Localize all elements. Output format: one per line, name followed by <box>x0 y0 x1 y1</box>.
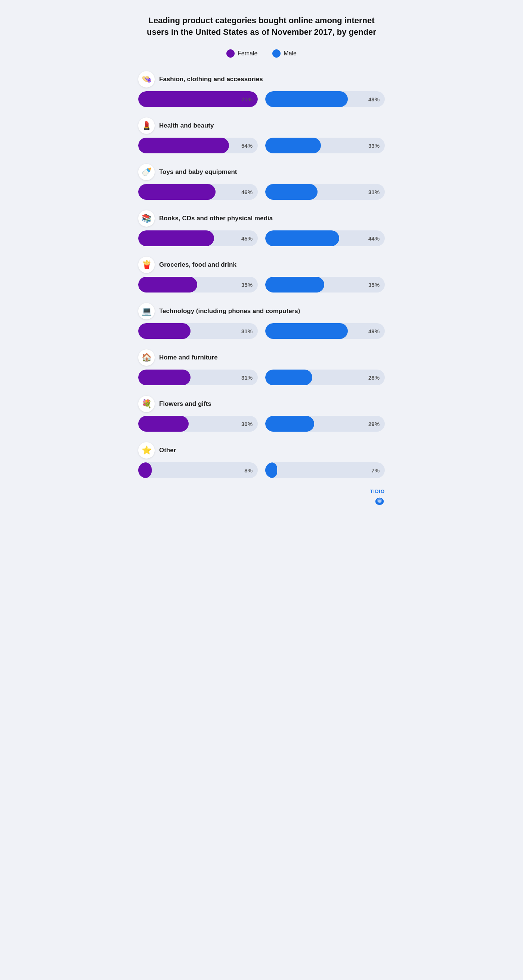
male-pct-health: 33% <box>368 142 380 148</box>
female-bar-health: 54% <box>138 138 258 153</box>
category-label-other: ⭐Other <box>138 442 385 458</box>
bars-row-technology: 31%49% <box>138 323 385 339</box>
bars-row-groceries: 35%35% <box>138 277 385 293</box>
category-fashion: 👒Fashion, clothing and accessories71%49% <box>138 71 385 107</box>
category-groceries: 🍟Groceries, food and drink35%35% <box>138 256 385 293</box>
male-bar-flowers: 29% <box>265 416 385 432</box>
chart-title: Leading product categories bought online… <box>138 15 385 38</box>
category-text-technology: Technology (including phones and compute… <box>159 307 300 315</box>
bars-row-other: 8%7% <box>138 462 385 478</box>
bars-row-home: 31%28% <box>138 369 385 385</box>
category-text-toys: Toys and baby equipment <box>159 168 237 176</box>
category-emoji-technology: 💻 <box>138 303 155 320</box>
male-pct-toys: 31% <box>368 189 380 195</box>
category-text-books: Books, CDs and other physical media <box>159 215 273 222</box>
male-pct-other: 7% <box>371 467 380 473</box>
male-pct-fashion: 49% <box>368 96 380 102</box>
bars-row-health: 54%33% <box>138 138 385 153</box>
female-bar-technology: 31% <box>138 323 258 339</box>
categories-container: 👒Fashion, clothing and accessories71%49%… <box>138 71 385 478</box>
category-text-other: Other <box>159 447 176 454</box>
female-bar-toys: 46% <box>138 184 258 200</box>
watermark: TIDIO <box>138 488 385 506</box>
category-emoji-toys: 🍼 <box>138 164 155 180</box>
male-pct-home: 28% <box>368 374 380 380</box>
female-label: Female <box>238 50 257 57</box>
male-pct-groceries: 35% <box>368 281 380 288</box>
female-pct-home: 31% <box>241 374 252 380</box>
legend: Female Male <box>138 49 385 57</box>
male-bar-groceries: 35% <box>265 277 385 293</box>
category-technology: 💻Technology (including phones and comput… <box>138 303 385 339</box>
category-books: 📚Books, CDs and other physical media45%4… <box>138 210 385 246</box>
category-emoji-books: 📚 <box>138 210 155 227</box>
male-bar-technology: 49% <box>265 323 385 339</box>
male-dot <box>273 49 281 57</box>
category-emoji-other: ⭐ <box>138 442 155 458</box>
tidio-icon <box>374 496 385 506</box>
female-bar-home: 31% <box>138 369 258 385</box>
male-pct-technology: 49% <box>368 328 380 334</box>
category-label-technology: 💻Technology (including phones and comput… <box>138 303 385 320</box>
legend-female: Female <box>227 49 257 57</box>
category-health: 💄Health and beauty54%33% <box>138 118 385 153</box>
category-label-groceries: 🍟Groceries, food and drink <box>138 256 385 273</box>
category-emoji-groceries: 🍟 <box>138 256 155 273</box>
female-pct-toys: 46% <box>241 189 252 195</box>
category-other: ⭐Other8%7% <box>138 442 385 478</box>
female-pct-fashion: 71% <box>241 96 252 102</box>
male-bar-fashion: 49% <box>265 91 385 107</box>
category-label-books: 📚Books, CDs and other physical media <box>138 210 385 227</box>
female-pct-flowers: 30% <box>241 420 252 427</box>
female-bar-flowers: 30% <box>138 416 258 432</box>
category-text-groceries: Groceries, food and drink <box>159 261 236 269</box>
bars-row-books: 45%44% <box>138 231 385 246</box>
female-bar-other: 8% <box>138 462 258 478</box>
female-pct-books: 45% <box>241 235 252 241</box>
category-label-toys: 🍼Toys and baby equipment <box>138 164 385 180</box>
category-emoji-fashion: 👒 <box>138 71 155 88</box>
male-bar-toys: 31% <box>265 184 385 200</box>
tidio-text: TIDIO <box>370 488 385 494</box>
category-emoji-health: 💄 <box>138 118 155 134</box>
category-text-flowers: Flowers and gifts <box>159 400 211 408</box>
category-text-health: Health and beauty <box>159 122 214 129</box>
category-label-health: 💄Health and beauty <box>138 118 385 134</box>
female-bar-books: 45% <box>138 231 258 246</box>
female-pct-technology: 31% <box>241 328 252 334</box>
category-text-home: Home and furniture <box>159 354 218 361</box>
bars-row-fashion: 71%49% <box>138 91 385 107</box>
female-bar-fashion: 71% <box>138 91 258 107</box>
svg-point-2 <box>378 500 381 503</box>
legend-male: Male <box>273 49 296 57</box>
male-label: Male <box>284 50 296 57</box>
female-dot <box>227 49 235 57</box>
category-emoji-flowers: 💐 <box>138 396 155 412</box>
bars-row-flowers: 30%29% <box>138 416 385 432</box>
category-flowers: 💐Flowers and gifts30%29% <box>138 396 385 432</box>
category-text-fashion: Fashion, clothing and accessories <box>159 76 263 83</box>
male-bar-home: 28% <box>265 369 385 385</box>
male-bar-health: 33% <box>265 138 385 153</box>
category-label-fashion: 👒Fashion, clothing and accessories <box>138 71 385 88</box>
female-pct-health: 54% <box>241 142 252 148</box>
female-pct-groceries: 35% <box>241 281 252 288</box>
male-pct-books: 44% <box>368 235 380 241</box>
category-label-home: 🏠Home and furniture <box>138 349 385 366</box>
category-label-flowers: 💐Flowers and gifts <box>138 396 385 412</box>
female-pct-other: 8% <box>244 467 252 473</box>
category-emoji-home: 🏠 <box>138 349 155 366</box>
male-pct-flowers: 29% <box>368 420 380 427</box>
male-bar-other: 7% <box>265 462 385 478</box>
bars-row-toys: 46%31% <box>138 184 385 200</box>
category-home: 🏠Home and furniture31%28% <box>138 349 385 385</box>
female-bar-groceries: 35% <box>138 277 258 293</box>
category-toys: 🍼Toys and baby equipment46%31% <box>138 164 385 200</box>
male-bar-books: 44% <box>265 231 385 246</box>
